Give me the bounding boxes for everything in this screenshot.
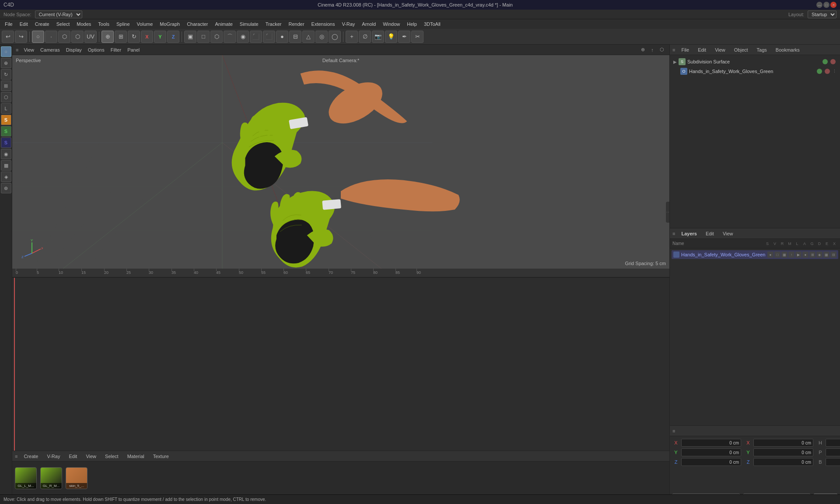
left-tool-scale[interactable]: ⊞: [1, 80, 11, 91]
menu-tools[interactable]: Tools: [95, 21, 112, 28]
scale-tool-button[interactable]: ⊞: [115, 31, 127, 43]
extrude-button[interactable]: ⬛: [250, 31, 262, 43]
cylinder-button[interactable]: ⊟: [289, 31, 301, 43]
lasso-select-button[interactable]: ⌒: [224, 31, 236, 43]
axis-x-button[interactable]: X: [141, 31, 153, 43]
layer-icon-4[interactable]: ↑: [788, 252, 794, 258]
menu-arnold[interactable]: Arnold: [359, 21, 379, 28]
cone-button[interactable]: △: [302, 31, 315, 43]
coord-x-input[interactable]: [681, 439, 741, 447]
mat-tab-texture[interactable]: Texture: [150, 453, 172, 460]
layer-icon-6[interactable]: ●: [802, 252, 808, 258]
layer-icon-7[interactable]: ⊞: [809, 252, 816, 258]
coord-x2-input[interactable]: [753, 439, 813, 447]
coord-p-input[interactable]: [826, 448, 840, 456]
poly-select-button[interactable]: ⬡: [210, 31, 223, 43]
menu-volume[interactable]: Volume: [134, 21, 156, 28]
maximize-button[interactable]: □: [823, 2, 830, 8]
menu-select[interactable]: Select: [53, 21, 73, 28]
om-menu-icon[interactable]: ≡: [672, 47, 675, 52]
box-select-button[interactable]: □: [197, 31, 210, 43]
coord-z2-input[interactable]: [753, 458, 813, 466]
menu-create[interactable]: Create: [32, 21, 52, 28]
mat-tab-create[interactable]: Create: [21, 453, 41, 460]
left-tool-rotate[interactable]: ↻: [1, 69, 11, 80]
mat-tab-material[interactable]: Material: [125, 453, 147, 460]
axis-z-button[interactable]: Z: [167, 31, 179, 43]
left-tool-9[interactable]: S: [1, 137, 11, 148]
coord-h-input[interactable]: [826, 439, 840, 447]
paint-select-button[interactable]: ◉: [237, 31, 249, 43]
menu-extensions[interactable]: Extensions: [308, 21, 338, 28]
layers-tab-edit[interactable]: Edit: [703, 230, 717, 237]
material-skin[interactable]: skin_5_...: [66, 467, 88, 489]
layer-row-hands[interactable]: Hands_in_Safety_Work_Gloves_Green ● □ ▦ …: [672, 250, 838, 259]
torus-button[interactable]: ◎: [315, 31, 328, 43]
menu-render[interactable]: Render: [286, 21, 308, 28]
cube-button[interactable]: ⬛: [263, 31, 275, 43]
coord-y-input[interactable]: [681, 448, 741, 456]
mat-tab-view[interactable]: View: [83, 453, 99, 460]
layers-menu-icon[interactable]: ≡: [672, 231, 675, 236]
layer-icon-play[interactable]: ▶: [795, 252, 802, 258]
select-tool-button[interactable]: ▣: [184, 31, 196, 43]
menu-file[interactable]: File: [2, 21, 16, 28]
left-tool-13[interactable]: ⊛: [1, 183, 11, 193]
timeline-ruler[interactable]: 0 5 10 15 20 25 30 35 40 45 50 55 60 65 …: [12, 269, 669, 277]
menu-character[interactable]: Character: [184, 21, 211, 28]
object-mode-button[interactable]: ○: [32, 31, 44, 43]
point-mode-button[interactable]: ·: [45, 31, 57, 43]
coord-b-input[interactable]: [826, 458, 840, 466]
coord-y2-input[interactable]: [753, 448, 813, 456]
polygon-mode-button[interactable]: ⬡: [71, 31, 84, 43]
pen-button[interactable]: ✒: [398, 31, 410, 43]
minimize-button[interactable]: —: [816, 2, 822, 8]
menu-window[interactable]: Window: [380, 21, 403, 28]
object-item-hands[interactable]: O Hands_in_Safety_Work_Gloves_Green ⋮: [672, 66, 838, 76]
null-button[interactable]: ∅: [359, 31, 371, 43]
left-tool-10[interactable]: ◉: [1, 149, 11, 159]
menu-tracker[interactable]: Tracker: [262, 21, 285, 28]
menu-help[interactable]: Help: [404, 21, 420, 28]
layer-icon-8[interactable]: ◈: [816, 252, 822, 258]
om-tab-file[interactable]: File: [679, 46, 692, 53]
menu-simulate[interactable]: Simulate: [237, 21, 262, 28]
coord-z-input[interactable]: [681, 458, 741, 466]
light-button[interactable]: 💡: [385, 31, 397, 43]
coords-menu-icon[interactable]: ≡: [672, 428, 675, 434]
viewport-icon-1[interactable]: ⊕: [639, 46, 647, 54]
viewport-menu-cameras[interactable]: Cameras: [38, 46, 63, 53]
mat-tab-select[interactable]: Select: [102, 453, 121, 460]
layers-tab-view[interactable]: View: [720, 230, 736, 237]
menu-spline[interactable]: Spline: [113, 21, 133, 28]
node-space-select[interactable]: Current (V-Ray): [35, 10, 82, 18]
layer-icon-dot[interactable]: ●: [767, 252, 774, 258]
left-tool-5[interactable]: ⬡: [1, 92, 11, 102]
viewport-menu-filter[interactable]: Filter: [108, 46, 124, 53]
axis-y-button[interactable]: Y: [154, 31, 166, 43]
viewport-icon-3[interactable]: ⬡: [658, 46, 666, 54]
menu-vray[interactable]: V-Ray: [339, 21, 358, 28]
mat-menu-icon[interactable]: ≡: [15, 454, 18, 459]
right-panel-collapse[interactable]: ⋮: [666, 202, 669, 223]
move-tool-button[interactable]: ⊕: [102, 31, 114, 43]
layer-icon-9[interactable]: ▦: [823, 252, 830, 258]
left-tool-7[interactable]: S: [1, 115, 11, 125]
disc-button[interactable]: ◯: [329, 31, 341, 43]
viewport-menu-options[interactable]: Options: [85, 46, 107, 53]
left-tool-12[interactable]: ◈: [1, 172, 11, 182]
left-tool-11[interactable]: ▦: [1, 160, 11, 171]
viewport-menu-icon[interactable]: ≡: [16, 47, 18, 52]
om-tab-view[interactable]: View: [712, 46, 728, 53]
om-tab-tags[interactable]: Tags: [754, 46, 770, 53]
viewport-canvas[interactable]: Perspective Default Camera:* X Y Z Grid …: [12, 55, 669, 269]
om-tab-object[interactable]: Object: [732, 46, 751, 53]
add-object-button[interactable]: +: [346, 31, 358, 43]
viewport-menu-panel[interactable]: Panel: [125, 46, 142, 53]
menu-animate[interactable]: Animate: [212, 21, 235, 28]
camera-button[interactable]: 📷: [372, 31, 384, 43]
layer-icon-box[interactable]: □: [774, 252, 780, 258]
knife-button[interactable]: ✂: [411, 31, 424, 43]
layer-icon-10[interactable]: ⊟: [830, 252, 836, 258]
edge-mode-button[interactable]: ⬡: [58, 31, 70, 43]
